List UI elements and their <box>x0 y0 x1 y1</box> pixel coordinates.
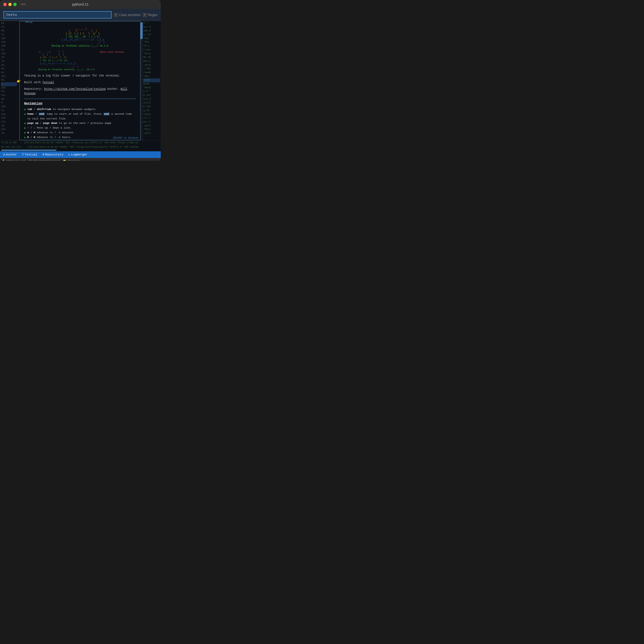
nav-item-pageup: ● page up / page down to go to the next … <box>24 121 136 126</box>
bottom-log: 70.82.8.200 - - [29/Jan/2024:13:45:30 +0… <box>0 140 161 149</box>
traffic-lights: ⌥⌘4 <box>3 3 25 6</box>
tab-author-label: Author <box>6 153 17 156</box>
search-input[interactable] <box>3 11 112 19</box>
tab-author-key: A <box>3 153 5 156</box>
help-description2: Built with Textual <box>24 80 136 85</box>
textual-link[interactable]: Textual <box>42 81 54 84</box>
status-python: 🐍 python3.11 • -zsh <box>2 159 25 161</box>
line-numbers: 66.72.88.71.105 11619551.19279. 78.34.45… <box>0 21 18 140</box>
close-button[interactable] <box>3 3 7 6</box>
repo-url[interactable]: https://github.com/Textualize/toolong <box>44 88 106 91</box>
tab-author[interactable]: A Author <box>1 152 19 157</box>
case-sensitive-checkbox[interactable]: ✗ <box>114 13 118 17</box>
pointer-icon: 👉 <box>17 79 21 83</box>
ascii-subtitle: Moving at Terminal velocity |___/ v0.1.0 <box>52 45 108 47</box>
ascii-art-line2: | | | | <box>63 29 97 32</box>
tab-textual-key: T <box>22 153 24 156</box>
scrollbar-thumb[interactable] <box>140 22 143 39</box>
tab-repository-label: Repository <box>45 153 63 156</box>
tab-logmerger-label: Logmerger <box>71 153 87 156</box>
tab-textual-label: Textual <box>25 153 37 156</box>
regex-checkbox[interactable]: ✗ <box>143 13 147 17</box>
main-area: 66.72.88.71.105 11619551.19279. 78.34.45… <box>0 21 161 140</box>
status-host: 💻 Wills-MacBook-Pro.local <box>29 159 60 161</box>
computer-icon: 💻 <box>29 159 32 161</box>
python-icon: 🐍 <box>2 159 5 161</box>
bottom-log-line1: 70.82.8.200 - - [29/Jan/2024:13:45:30 +0… <box>1 140 160 145</box>
minimize-button[interactable] <box>8 3 12 6</box>
logo-area: |__ __| | | | | | | | |/\ / \__/ \ /| | … <box>24 50 136 71</box>
help-dialog[interactable]: Help ________| | | | | | |/ \ | | / \ |/… <box>19 21 140 140</box>
title-bar: ⌥⌘4 python3.11 <box>0 0 161 9</box>
ascii-art-line3: | |/ \ | | / \ |/ \ <box>60 32 100 35</box>
ascii-logo: ________| | | | | | |/ \ | | / \ |/ \ | … <box>24 27 136 47</box>
python-label: python3.11 • -zsh <box>6 159 25 161</box>
progress-bar <box>1 150 57 151</box>
nav-item-tab: ● tab / shift+tab to navigate between wi… <box>24 107 136 112</box>
case-sensitive-label: Case sensitive <box>119 13 140 17</box>
nav-item-home: ● home / end Jump to start or end of fil… <box>24 112 136 121</box>
status-path: 📁 ~/logs/nginx <box>63 159 80 161</box>
tab-logmerger-key: L <box>68 153 70 156</box>
tab-repository[interactable]: R Repository <box>40 152 66 157</box>
help-description1: TooLong is a log file viewer / navigator… <box>24 74 136 78</box>
ascii-art-line5: |_|\__/\_|/|---------|/ |_\_| <box>56 38 104 41</box>
nav-items-list: ● tab / shift+tab to navigate between wi… <box>24 107 136 140</box>
tab-repository-key: R <box>42 153 44 156</box>
bottom-log-line2: 46.244.252.113 - - [29/Jan/2024:13:46:44… <box>1 145 160 149</box>
progress-area <box>0 149 161 151</box>
built-with-label: Built with Textual <box>100 50 124 54</box>
footer-tabs: A Author T Textual R Repository L Logmer… <box>0 151 161 158</box>
escape-hint: ESCAPE to dismiss <box>111 136 140 140</box>
shortcut-label: ⌥⌘4 <box>21 3 25 6</box>
right-log-lines: 0 "-0x/ Hwww.ws://w"Net "BloTP/1.t-wit"U… <box>143 21 161 136</box>
regex-option[interactable]: ✗ Regex <box>143 13 157 17</box>
scrollbar[interactable] <box>140 21 143 140</box>
ascii-art-line6: __| | <box>55 41 105 44</box>
help-title: Help <box>24 21 34 24</box>
line-number-list: 66.72.88.71.105 11619551.19279. 78.34.45… <box>0 21 18 136</box>
maximize-button[interactable] <box>13 3 17 6</box>
search-bar: ✗ Case sensitive ✗ Regex <box>0 9 161 21</box>
nav-section-title: Navigation <box>24 102 136 105</box>
ascii-art-line4: | |O| |O|___|O | | | C| <box>60 35 100 38</box>
path-label: ~/logs/nginx <box>67 159 80 161</box>
help-divider <box>24 99 136 99</box>
nav-item-arrows: ● ↑ / ↓ Move up / down a line. <box>24 126 136 131</box>
status-bar: 🐍 python3.11 • -zsh 💻 Wills-MacBook-Pro.… <box>0 158 161 161</box>
folder-icon: 📁 <box>63 159 66 161</box>
host-label: Wills-MacBook-Pro.local <box>33 159 60 161</box>
window-title: python3.11 <box>72 2 88 6</box>
case-sensitive-option[interactable]: ✗ Case sensitive <box>114 13 140 17</box>
nav-item-m: ● m / M Advance +1 / -1 minutes. <box>24 131 136 135</box>
help-title-bar: Help <box>20 21 140 25</box>
tab-logmerger[interactable]: L Logmerger <box>66 152 90 157</box>
nav-item-d: ● d / D Advance +1 / -1 days. <box>24 140 136 140</box>
tab-textual[interactable]: T Textual <box>20 152 40 157</box>
right-log: 0 "-0x/ Hwww.ws://w"Net "BloTP/1.t-wit"U… <box>143 21 161 140</box>
regex-label: Regex <box>148 13 157 17</box>
help-repo: Repository: https://github.com/Textualiz… <box>24 87 136 96</box>
